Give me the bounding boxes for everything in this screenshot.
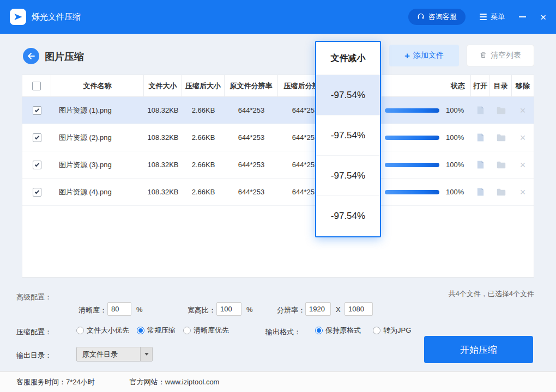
reduction-popup: 文件减小 -97.54% -97.54% -97.54% -97.54% [315,41,381,237]
clarity-input[interactable] [107,302,131,316]
row-checkbox[interactable] [33,161,41,169]
compressed-size: 2.66KB [182,161,225,169]
open-directory-button[interactable] [490,134,512,142]
remove-file-button[interactable]: × [520,187,526,197]
compress-mode-options: 文件大小优先 常规压缩 清晰度优先 [76,326,229,335]
output-format-label: 输出格式： [265,327,301,337]
radio-convert-jpg[interactable]: 转为JPG [373,326,411,335]
file-count-summary: 共4个文件，已选择4个文件 [449,289,534,299]
radio-keep-format[interactable]: 保持原格式 [315,326,361,335]
document-icon [476,187,485,197]
table-row[interactable]: 图片资源 (1).png 108.32KB 2.66KB 644*253 644… [22,97,534,124]
open-directory-button[interactable] [490,161,512,169]
file-name: 图片资源 (2).png [51,133,144,143]
table-row[interactable]: 图片资源 (4).png 108.32KB 2.66KB 644*253 644… [22,179,534,206]
progress-bar [385,190,439,194]
file-size: 108.32KB [144,188,182,196]
reduction-popup-value: -97.54% [316,156,380,196]
open-file-button[interactable] [471,133,490,142]
table-row[interactable]: 图片资源 (3).png 108.32KB 2.66KB 644*253 644… [22,151,534,179]
clear-list-label: 清空列表 [491,51,521,60]
back-button[interactable] [23,48,39,64]
add-files-label: 添加文件 [413,51,444,60]
footer-bar: 客服服务时间：7*24小时 官方网站：www.iziptool.com [0,371,556,392]
resolution-x-separator: X [336,305,341,314]
row-checkbox[interactable] [33,133,41,142]
original-resolution: 644*253 [225,133,278,142]
radio-label: 转为JPG [383,326,411,335]
reduction-popup-value: -97.54% [316,115,380,156]
file-name: 图片资源 (1).png [51,106,144,115]
support-label: 咨询客服 [428,12,457,22]
open-file-button[interactable] [471,160,490,169]
output-format-options: 保持原格式 转为JPG [315,326,411,335]
add-files-button[interactable]: + 添加文件 [389,45,459,66]
col-header-open: 打开 [471,75,490,96]
remove-file-button[interactable]: × [520,106,526,115]
minimize-button[interactable] [519,11,526,22]
col-header-remove: 移除 [512,75,534,96]
open-file-button[interactable] [471,106,490,115]
compress-mode-label: 压缩配置： [16,327,52,337]
document-icon [476,160,485,169]
table-header: 文件名称 文件大小 压缩后大小 原文件分辨率 压缩后分辨率 文件减小 状态 打开… [22,75,534,97]
col-header-size: 文件大小 [144,75,182,96]
output-dir-dropdown[interactable]: 原文件目录 [76,347,153,362]
select-all-checkbox[interactable] [32,82,41,90]
progress-bar [385,163,439,167]
advanced-config-label: 高级配置： [16,292,52,302]
row-checkbox[interactable] [33,106,41,115]
progress-percent: 100% [446,133,464,142]
page-title: 图片压缩 [45,50,84,63]
compressed-size: 2.66KB [182,106,225,114]
reduction-popup-value: -97.54% [316,196,380,236]
radio-size-priority[interactable]: 文件大小优先 [76,326,129,335]
support-button[interactable]: 咨询客服 [408,9,466,25]
file-size: 108.32KB [144,161,182,169]
folder-icon [497,161,506,169]
remove-file-button[interactable]: × [520,160,526,170]
radio-normal-compress[interactable]: 常规压缩 [137,326,176,335]
minimize-icon [519,16,526,17]
radio-label: 文件大小优先 [87,326,129,335]
hamburger-icon [480,14,487,20]
col-header-original-resolution: 原文件分辨率 [225,75,278,96]
compressed-size: 2.66KB [182,188,225,196]
close-button[interactable]: × [540,12,546,22]
open-file-button[interactable] [471,187,490,197]
chevron-down-icon [144,353,149,356]
progress-bar [385,108,439,113]
progress-percent: 100% [446,188,464,196]
file-table: 文件名称 文件大小 压缩后大小 原文件分辨率 压缩后分辨率 文件减小 状态 打开… [22,75,534,278]
remove-file-button[interactable]: × [520,133,526,143]
trash-icon [480,51,487,60]
folder-icon [497,107,506,114]
file-name: 图片资源 (4).png [51,187,144,197]
folder-icon [497,134,506,142]
aspect-ratio-input[interactable] [216,302,241,316]
start-compress-button[interactable]: 开始压缩 [424,336,533,363]
radio-label: 常规压缩 [147,326,176,335]
clear-list-button[interactable]: 清空列表 [467,45,534,66]
resolution-width-input[interactable] [305,302,331,316]
document-icon [476,133,485,142]
clarity-unit: % [136,305,143,314]
aspect-ratio-unit: % [246,305,253,314]
original-resolution: 644*253 [225,161,278,169]
radio-icon [76,327,84,334]
radio-clarity-priority[interactable]: 清晰度优先 [183,326,229,335]
document-icon [476,106,485,115]
service-time-text: 客服服务时间：7*24小时 [16,377,95,387]
col-header-status: 状态 [382,75,471,96]
resolution-height-input[interactable] [345,302,373,316]
radio-icon [373,327,380,334]
row-checkbox[interactable] [33,188,41,197]
original-resolution: 644*253 [225,106,278,114]
dropdown-button[interactable] [140,347,152,361]
radio-icon [137,327,144,334]
table-row[interactable]: 图片资源 (2).png 108.32KB 2.66KB 644*253 644… [22,124,534,151]
open-directory-button[interactable] [490,188,512,196]
open-directory-button[interactable] [490,107,512,114]
menu-button[interactable]: 菜单 [480,12,505,22]
official-website-text: 官方网站：www.iziptool.com [130,377,220,387]
